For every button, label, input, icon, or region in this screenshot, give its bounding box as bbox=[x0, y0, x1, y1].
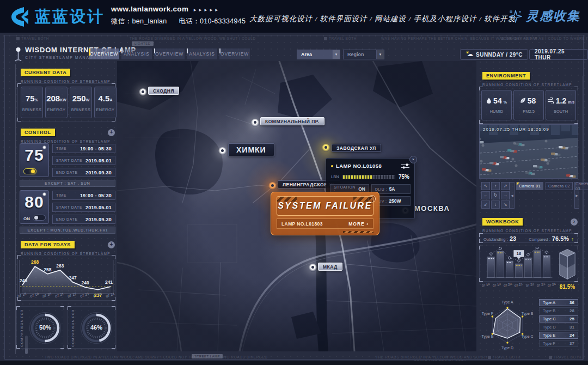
lbn-progress bbox=[342, 175, 395, 179]
lamp-pin-skhodnya[interactable] bbox=[139, 88, 147, 96]
add-control-button[interactable]: + bbox=[108, 129, 115, 136]
camera-list-next-button[interactable]: ▶ bbox=[574, 182, 579, 209]
workbook-subtitle: RUNNING CONDITION OF STREETLAMP bbox=[482, 229, 572, 233]
inspiration-collect[interactable]: 灵感收集 bbox=[509, 8, 580, 25]
type-radar-chart: Type AType BType CType DType EType F bbox=[479, 297, 536, 354]
pan-down-left-button[interactable]: ↙ bbox=[481, 200, 490, 209]
close-icon[interactable]: × bbox=[409, 156, 417, 163]
brightness-box-2: 80 ON bbox=[20, 190, 49, 224]
pan-left-button[interactable]: ← bbox=[481, 191, 490, 199]
pan-up-right-button[interactable]: ↗ bbox=[501, 182, 510, 190]
alert-lamp-id: LAMP NO.L01803 bbox=[281, 221, 323, 227]
decor-text: TWO ROADS DIVERGED bbox=[220, 355, 268, 359]
more-button[interactable]: MORE › bbox=[348, 221, 369, 227]
leaf-icon bbox=[520, 97, 526, 104]
services-tagline: 大数据可视化设计 / 软件界面设计 / 网站建设 / 手机及小程序设计 / 软件… bbox=[249, 14, 516, 24]
date-text: 2019.07.25 THUR bbox=[535, 48, 583, 60]
map-label-khimki[interactable]: ХИМКИ bbox=[228, 143, 274, 156]
type-row-f[interactable]: Type F37 bbox=[539, 340, 578, 347]
decor-text: THE ROADS DIVERGED IN A YELLOW WOOD, WE … bbox=[130, 36, 256, 40]
tab-analysis-2[interactable]: ANALYSIS bbox=[187, 48, 217, 59]
camera-01-button[interactable]: Camera 01 bbox=[516, 182, 543, 190]
lamp-toggle-1[interactable] bbox=[23, 168, 36, 174]
workbook-expand-button[interactable]: › bbox=[571, 218, 578, 226]
decor-text: WAS HAVING PERHAPS THE BETTER CHAIN, BEC… bbox=[381, 36, 537, 40]
except-bar-2: EXCEPT：MON,TUE,WED,THUR,FRI bbox=[20, 227, 115, 234]
lbn-label: LBN bbox=[331, 174, 339, 179]
camera-list-prev-button[interactable]: ◀ bbox=[510, 182, 514, 209]
sparkle-star-icon bbox=[509, 10, 522, 23]
pan-up-left-button[interactable]: ↖ bbox=[481, 182, 490, 190]
city-map[interactable]: СХОДНЯ КОММУНАЛЬНЫЙ ПР. ХИМКИ ЗАВОДСКАЯ … bbox=[117, 61, 476, 351]
system-failure-alert: × SYSTEM FAILURE LAMP NO.L01803 MORE › bbox=[271, 192, 379, 235]
sliders-icon[interactable] bbox=[401, 163, 409, 169]
env-cell-wind: 1.2m/s SOUTH bbox=[546, 90, 576, 120]
week-data-tag: DATA FOR 7DAYS bbox=[21, 241, 75, 248]
comparison-gauge-1: COMPARISON FOR 50% bbox=[16, 306, 64, 349]
tab-bar: OVERVIEW ANALYSIS OVERVIEW ANALYSIS OVER… bbox=[89, 48, 250, 59]
stat-cell-energy-kw: 208KW ENERGY bbox=[45, 87, 68, 118]
workbook-x-label: 07.21 bbox=[514, 282, 523, 288]
tab-overview-1[interactable]: OVERVIEW bbox=[89, 48, 119, 59]
map-label-moskva[interactable]: МОСКВА bbox=[410, 204, 454, 212]
map-label-zavodskaya[interactable]: ЗАВОДСКАЯ УЛ bbox=[332, 144, 381, 152]
left-ruler-line bbox=[15, 64, 16, 354]
decor-text: TRAVEL BOTH bbox=[16, 36, 49, 40]
lamp-pin-leningradskoe[interactable] bbox=[268, 182, 277, 190]
camera-feed[interactable]: 2019.07.25 THUR 18:26:09 bbox=[479, 124, 578, 179]
gauge-label: COMPARISON FOR bbox=[20, 309, 23, 347]
up-arrow-icon: ↑ bbox=[572, 236, 574, 242]
type-row-c[interactable]: Type C25 bbox=[539, 315, 578, 323]
pan-down-button[interactable]: ↓ bbox=[491, 200, 500, 209]
camera-video-frame bbox=[480, 125, 578, 179]
start-date-row: START DATE2019.05.01 bbox=[52, 156, 115, 165]
lamp-pin-khimki[interactable] bbox=[218, 147, 226, 155]
hazard-stripe bbox=[343, 231, 373, 233]
map-label-skhodnya[interactable]: СХОДНЯ bbox=[148, 87, 179, 95]
forward-arrows-icon: ►►►►► bbox=[193, 8, 220, 13]
lamp-id: LAMP NO.L01058 bbox=[336, 163, 399, 169]
tab-overview-3[interactable]: OVERVIEW bbox=[219, 48, 250, 59]
camera-02-button[interactable]: Camera 02 bbox=[546, 182, 573, 190]
lamp-pin-kommunalny[interactable] bbox=[251, 119, 259, 127]
collect-label: 灵感收集 bbox=[526, 8, 580, 25]
chevron-down-icon: ▼ bbox=[376, 50, 384, 59]
sun-cloud-icon: ☀☁ bbox=[465, 51, 473, 58]
pan-right-button[interactable]: → bbox=[501, 191, 510, 199]
except-bar-1: EXCEPT：SAT，SUN bbox=[20, 180, 115, 187]
map-label-mkad[interactable]: МКАД bbox=[318, 263, 342, 271]
region-select[interactable]: Region▼ bbox=[343, 50, 384, 59]
reset-view-button[interactable]: ↻ bbox=[491, 191, 500, 199]
workbook-x-label: 07.24 bbox=[547, 282, 556, 288]
right-ruler-line bbox=[583, 76, 583, 360]
workbook-side-percent: 81.5% bbox=[556, 284, 578, 290]
type-row-b[interactable]: Type B28 bbox=[539, 307, 578, 314]
pan-up-button[interactable]: ↑ bbox=[491, 182, 500, 190]
tab-analysis-1[interactable]: ANALYSIS bbox=[121, 48, 152, 59]
lamp-toggle-2[interactable] bbox=[33, 215, 46, 221]
map-label-kommunalny[interactable]: КОММУНАЛЬНЫЙ ПР. bbox=[260, 117, 324, 125]
type-row-e[interactable]: Type E24 bbox=[539, 332, 578, 339]
type-row-a[interactable]: Type A36 bbox=[539, 299, 578, 306]
svg-text:263: 263 bbox=[56, 263, 64, 269]
workbook-x-label: 07.23 bbox=[536, 282, 545, 288]
droplet-icon bbox=[486, 97, 492, 104]
lamp-pin-zavodskaya[interactable] bbox=[322, 144, 330, 152]
lamp-pin-mkad[interactable] bbox=[309, 264, 317, 272]
brightness-box-1: 75 ON bbox=[20, 143, 49, 177]
tab-overview-2[interactable]: OVERVIEW bbox=[154, 48, 185, 59]
svg-text:240: 240 bbox=[82, 280, 89, 285]
type-row-d[interactable]: Type D31 bbox=[539, 324, 578, 331]
stat-cell-ampere: 4.5A ENERGY bbox=[94, 87, 117, 118]
workbook-chart-panel: 16 bbox=[479, 246, 578, 282]
gauge-value: 46% bbox=[84, 324, 108, 331]
expand-week-chart-button[interactable]: + bbox=[108, 241, 115, 248]
stat-cell-watt: 250W BRINESS bbox=[70, 87, 92, 118]
website-link[interactable]: www.lanlanwork.com bbox=[111, 5, 188, 13]
camera-timestamp: 2019.07.25 THUR 18:26:09 bbox=[483, 127, 549, 132]
area-select[interactable]: Area▼ bbox=[297, 50, 340, 59]
time-row: TIME19:00 - 05:30 bbox=[52, 144, 115, 153]
wechat-label: 微信：ben_lanlan bbox=[111, 17, 167, 25]
pan-down-right-button[interactable]: ↘ bbox=[501, 200, 510, 209]
svg-text:16: 16 bbox=[517, 251, 521, 256]
